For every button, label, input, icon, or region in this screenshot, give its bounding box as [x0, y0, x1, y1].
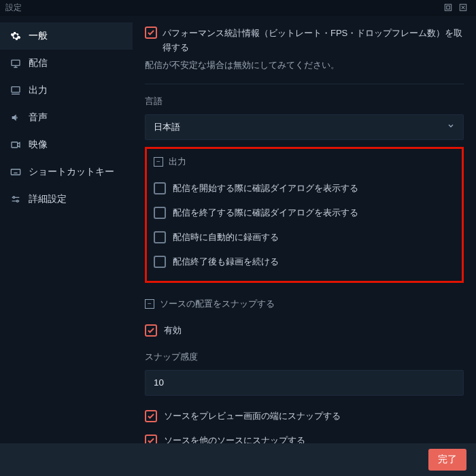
perf-label: パフォーマンス統計情報（ビットレート・FPS・ドロップフレーム数）を取得する [163, 27, 464, 55]
svg-rect-4 [12, 87, 20, 92]
checkbox-perf-stats[interactable] [145, 27, 157, 39]
titlebar: 設定 [0, 0, 476, 16]
footer: 完了 [0, 443, 476, 476]
collapse-icon: − [145, 299, 154, 309]
sidebar-item-hotkeys[interactable]: ショートカットキー [0, 158, 133, 186]
maximize-icon [443, 3, 453, 12]
sidebar-item-stream[interactable]: 配信 [0, 50, 133, 77]
checkbox-label: 有効 [164, 324, 182, 337]
check-icon [147, 29, 155, 37]
close-button[interactable] [456, 0, 471, 15]
sidebar-item-label: 詳細設定 [29, 193, 67, 205]
snap-title: ソースの配置をスナップする [160, 298, 275, 310]
sliders-icon [10, 194, 22, 205]
checkbox-confirm-start[interactable] [154, 182, 166, 194]
sidebar-item-video[interactable]: 映像 [0, 131, 133, 158]
language-select[interactable]: 日本語 [145, 114, 464, 140]
sidebar-item-general[interactable]: 一般 [0, 22, 133, 50]
collapse-icon: − [154, 157, 163, 167]
snap-section-header[interactable]: − ソースの配置をスナップする [145, 298, 464, 310]
broadcast-icon [10, 58, 22, 69]
checkbox-label: 配信終了後も録画を続ける [173, 256, 279, 268]
window-title: 設定 [5, 2, 22, 14]
sidebar-item-output[interactable]: 出力 [0, 77, 133, 104]
svg-point-8 [16, 200, 18, 202]
sidebar-item-advanced[interactable]: 詳細設定 [0, 186, 133, 213]
output-section-header[interactable]: − 出力 [154, 156, 455, 168]
keyboard-icon [10, 167, 22, 177]
content-panel: パフォーマンス統計情報（ビットレート・FPS・ドロップフレーム数）を取得する 配… [133, 16, 476, 443]
sidebar-item-label: ショートカットキー [29, 166, 114, 178]
svg-rect-6 [11, 169, 20, 175]
maximize-button[interactable] [441, 0, 456, 15]
video-icon [10, 139, 22, 150]
sidebar-item-label: 出力 [29, 84, 48, 97]
sidebar-item-label: 配信 [29, 57, 48, 69]
language-label: 言語 [145, 95, 464, 107]
divider [145, 84, 464, 84]
sidebar: 一般 配信 出力 音声 映像 ショートカットキー 詳細設定 [0, 16, 133, 443]
chevron-down-icon [447, 122, 455, 132]
gear-icon [10, 31, 22, 41]
svg-rect-5 [12, 142, 18, 148]
checkbox-auto-record[interactable] [154, 231, 166, 243]
svg-rect-3 [12, 60, 20, 65]
sidebar-item-label: 映像 [29, 139, 48, 151]
checkbox-keep-recording[interactable] [154, 256, 166, 268]
output-section-highlight: − 出力 配信を開始する際に確認ダイアログを表示する 配信を終了する際に確認ダイ… [145, 147, 464, 283]
snap-sensitivity-input[interactable] [145, 370, 464, 396]
checkbox-label: 配信を終了する際に確認ダイアログを表示する [173, 207, 358, 219]
checkbox-label: 配信時に自動的に録画する [173, 231, 279, 243]
volume-icon [10, 112, 22, 123]
checkbox-label: ソースを他のソースにスナップする [164, 435, 305, 443]
svg-rect-0 [445, 4, 451, 10]
check-icon [147, 412, 155, 420]
svg-point-7 [13, 197, 15, 199]
check-icon [147, 326, 155, 335]
done-button[interactable]: 完了 [428, 449, 466, 471]
check-icon [147, 437, 155, 443]
checkbox-snap-enable[interactable] [145, 324, 157, 337]
snap-sensitivity-label: スナップ感度 [145, 351, 464, 363]
output-title: 出力 [169, 156, 186, 168]
checkbox-label: ソースをプレビュー画面の端にスナップする [164, 410, 341, 422]
checkbox-confirm-stop[interactable] [154, 207, 166, 219]
sidebar-item-label: 音声 [29, 112, 48, 124]
monitor-icon [10, 85, 22, 96]
checkbox-label: 配信を開始する際に確認ダイアログを表示する [173, 182, 358, 194]
checkbox-snap-edge[interactable] [145, 410, 157, 422]
perf-note: 配信が不安定な場合は無効にしてみてください。 [145, 59, 464, 71]
checkbox-snap-other[interactable] [145, 435, 157, 443]
language-value: 日本語 [154, 121, 180, 133]
svg-rect-1 [447, 6, 450, 10]
sidebar-item-label: 一般 [29, 30, 48, 42]
close-icon [458, 3, 468, 12]
sidebar-item-audio[interactable]: 音声 [0, 104, 133, 131]
